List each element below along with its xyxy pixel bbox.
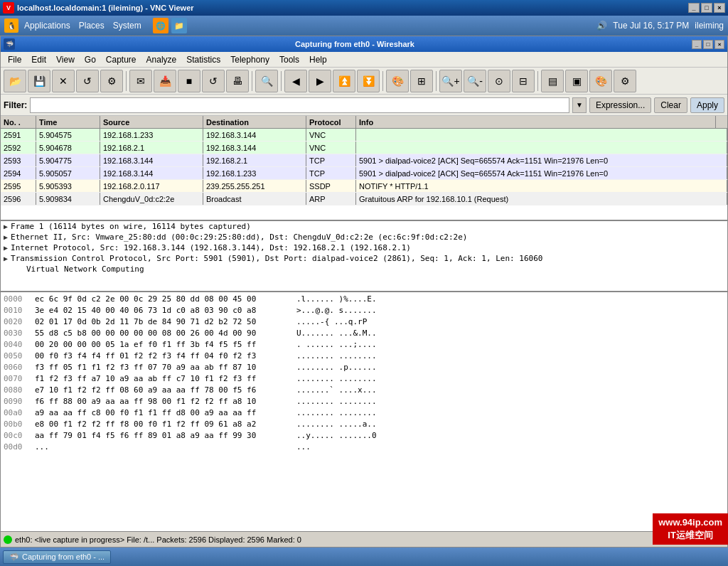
list-item: 0060 f3 ff 05 f1 f1 f2 f3 ff 07 70 a9 aa… — [4, 362, 724, 373]
vnc-titlebar: V localhost.localdomain:1 (ileiming) - V… — [0, 0, 728, 16]
hex-offset: 0050 — [4, 351, 29, 362]
menu-go[interactable]: Go — [80, 53, 100, 66]
ws-maximize-btn[interactable]: □ — [703, 40, 713, 49]
hex-bytes: 55 d8 c5 b8 00 00 00 00 00 08 00 26 00 4… — [35, 328, 291, 339]
vnc-window-controls: _ □ × — [688, 3, 725, 13]
hex-offset: 0030 — [4, 328, 29, 339]
taskbar-wireshark-item[interactable]: 🦈 Capturing from eth0 - ... — [3, 550, 111, 564]
toolbar-print-btn[interactable]: 🖶 — [226, 70, 249, 92]
toolbar-find-btn[interactable]: 🔍 — [255, 70, 278, 92]
expand-arrow-icon: ▶ — [4, 244, 8, 252]
table-row[interactable]: 2593 5.904775 192.168.3.144 192.168.2.1 … — [1, 154, 727, 167]
toolbar-coloring-btn[interactable]: 🎨 — [589, 70, 612, 92]
menu-edit[interactable]: Edit — [27, 53, 50, 66]
vnc-close-btn[interactable]: × — [714, 3, 725, 13]
menu-tools[interactable]: Tools — [275, 53, 304, 66]
taskbar-menu: Applications Places System — [24, 21, 141, 31]
toolbar-recv-btn[interactable]: 📥 — [154, 70, 176, 92]
toolbar-next-btn[interactable]: ▶ — [309, 70, 331, 92]
hex-offset: 0060 — [4, 362, 29, 373]
menu-help[interactable]: Help — [305, 53, 331, 66]
toolbar-capture-filter-btn[interactable]: ▤ — [541, 70, 564, 92]
toolbar-send-btn[interactable]: ✉ — [129, 70, 152, 92]
taskbar-applications[interactable]: Applications — [24, 21, 70, 31]
packet-detail: ▶Frame 1 (16114 bytes on wire, 16114 byt… — [1, 221, 727, 292]
list-item: 00d0 ... ... — [4, 442, 724, 453]
toolbar-open-btn[interactable]: 📂 — [4, 70, 26, 92]
toolbar-zoom-fit-btn[interactable]: ⊟ — [512, 70, 535, 92]
filter-input[interactable] — [30, 97, 569, 113]
hex-bytes: f1 f2 f3 ff a7 10 a9 aa ab ff c7 10 f1 f… — [35, 373, 291, 385]
taskbar-icon-2[interactable]: 📁 — [171, 18, 187, 33]
hex-offset: 00a0 — [4, 407, 29, 419]
toolbar-colorize-btn[interactable]: 🎨 — [386, 70, 409, 92]
vnc-maximize-btn[interactable]: □ — [701, 3, 712, 13]
toolbar-zoom-reset-btn[interactable]: ⊙ — [488, 70, 510, 92]
detail-text: Frame 1 (16114 bytes on wire, 16114 byte… — [11, 222, 251, 231]
toolbar-save-btn[interactable]: 💾 — [28, 70, 50, 92]
menu-statistics[interactable]: Statistics — [182, 53, 225, 66]
taskbar-places[interactable]: Places — [79, 21, 105, 31]
hex-offset: 00b0 — [4, 419, 29, 430]
linux-taskbar: 🐧 Applications Places System 🌐 📁 🔊 Tue J… — [0, 16, 728, 36]
list-item[interactable]: ▶Transmission Control Protocol, Src Port… — [1, 253, 727, 264]
toolbar-first-btn[interactable]: ⏫ — [333, 70, 355, 92]
toolbar-capture-options-btn[interactable]: ⚙ — [100, 70, 123, 92]
expression-button[interactable]: Expression... — [589, 97, 651, 113]
menu-telephony[interactable]: Telephony — [226, 53, 274, 66]
hex-offset: 00c0 — [4, 430, 29, 442]
cell-dst: 192.168.2.1 — [203, 154, 306, 166]
toolbar-autosize-btn[interactable]: ⊞ — [410, 70, 433, 92]
menu-file[interactable]: File — [4, 53, 26, 66]
vnc-minimize-btn[interactable]: _ — [688, 3, 700, 13]
menu-analyze[interactable]: Analyze — [142, 53, 181, 66]
apply-button[interactable]: Apply — [690, 97, 724, 113]
ws-close-btn[interactable]: × — [714, 40, 724, 49]
hex-ascii: ........ ........ — [296, 373, 377, 385]
table-row[interactable]: 2595 5.905393 192.168.2.0.117 239.255.25… — [1, 180, 727, 193]
taskbar-system[interactable]: System — [113, 21, 141, 31]
list-item[interactable]: ▶Frame 1 (16114 bytes on wire, 16114 byt… — [1, 221, 727, 232]
filter-dropdown-btn[interactable]: ▼ — [572, 97, 587, 113]
clear-button[interactable]: Clear — [654, 97, 687, 113]
detail-text: Ethernet II, Src: Vmware_25:80:dd (00:0c… — [11, 233, 467, 242]
ws-minimize-btn[interactable]: _ — [692, 40, 702, 49]
table-row[interactable]: 2594 5.905057 192.168.3.144 192.168.1.23… — [1, 167, 727, 180]
hex-ascii: . ...... ...;.... — [296, 339, 377, 351]
list-item: 0030 55 d8 c5 b8 00 00 00 00 00 08 00 26… — [4, 328, 724, 339]
ws-taskbar-icon: 🦈 — [9, 552, 19, 562]
toolbar-reload-btn[interactable]: ↺ — [76, 70, 99, 92]
toolbar-restart-btn[interactable]: ↺ — [202, 70, 225, 92]
toolbar-prev-btn[interactable]: ◀ — [284, 70, 307, 92]
toolbar-zoom-out-btn[interactable]: 🔍- — [464, 70, 486, 92]
col-header-time: Time — [36, 116, 100, 128]
hex-bytes: 00 f0 f3 f4 f4 ff 01 f2 f2 f3 f4 ff 04 f… — [35, 351, 291, 362]
hex-ascii: >...@.@. s....... — [296, 305, 377, 316]
menu-view[interactable]: View — [52, 53, 79, 66]
table-row[interactable]: 2596 5.909834 ChengduV_0d:c2:2e Broadcas… — [1, 193, 727, 205]
toolbar-zoom-in-btn[interactable]: 🔍+ — [439, 70, 462, 92]
watermark-line2: IT运维空间 — [658, 529, 722, 542]
toolbar-separator-5 — [436, 71, 437, 91]
toolbar-stop-btn[interactable]: ■ — [178, 70, 200, 92]
toolbar-last-btn[interactable]: ⏬ — [357, 70, 380, 92]
list-item[interactable]: ▶Internet Protocol, Src: 192.168.3.144 (… — [1, 242, 727, 253]
toolbar-close-btn[interactable]: ✕ — [52, 70, 75, 92]
list-item[interactable]: ▶Ethernet II, Src: Vmware_25:80:dd (00:0… — [1, 232, 727, 242]
status-left: eth0: <live capture in progress> File: /… — [4, 535, 680, 544]
taskbar-volume-icon[interactable]: 🔊 — [596, 21, 607, 31]
cell-proto: TCP — [306, 167, 356, 179]
vnc-viewer-window: V localhost.localdomain:1 (ileiming) - V… — [0, 0, 728, 566]
table-row[interactable]: 2591 5.904575 192.168.1.233 192.168.3.14… — [1, 129, 727, 142]
table-row[interactable]: 2592 5.904678 192.168.2.1 192.168.3.144 … — [1, 142, 727, 154]
cell-time: 5.909834 — [36, 193, 100, 205]
toolbar-display-filter-btn[interactable]: ▣ — [565, 70, 588, 92]
status-text: eth0: <live capture in progress> File: /… — [15, 535, 301, 544]
hex-dump: 0000 ec 6c 9f 0d c2 2e 00 0c 29 25 80 dd… — [1, 292, 727, 531]
toolbar-prefs-btn[interactable]: ⚙ — [614, 70, 636, 92]
list-item[interactable]: Virtual Network Computing — [1, 264, 727, 274]
vnc-icon: V — [3, 2, 14, 14]
menu-capture[interactable]: Capture — [102, 53, 141, 66]
packet-list-header: No. . Time Source Destination Protocol I… — [1, 116, 727, 129]
taskbar-icon-1[interactable]: 🌐 — [153, 18, 168, 33]
